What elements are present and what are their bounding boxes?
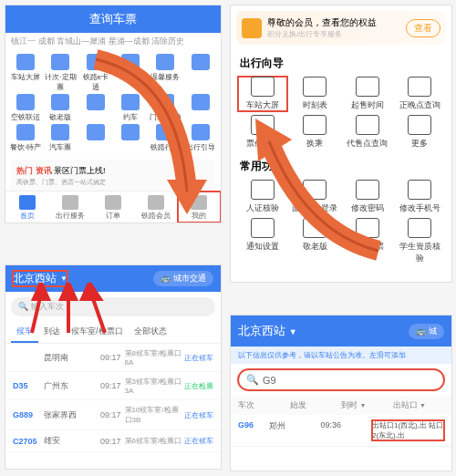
grid-item[interactable]	[114, 124, 147, 152]
guide-agent[interactable]: 代售点查询	[343, 115, 392, 150]
search-value: G9	[263, 375, 276, 386]
grid-item[interactable]	[79, 94, 112, 122]
common-notify[interactable]: 通知设置	[238, 218, 287, 264]
grid-item[interactable]: 铁路行李	[149, 124, 181, 152]
common-phone[interactable]: 修改手机号	[396, 180, 445, 214]
elder-icon	[51, 94, 69, 110]
station-dropdown[interactable]: 北京西站 ▼	[238, 323, 297, 339]
grid-item[interactable]: 敬老版	[44, 94, 77, 122]
plane-icon	[16, 94, 35, 110]
recent-routes[interactable]: 镇江一 成都 青城山—犀浦 星浦—成都 清除历史	[5, 33, 221, 50]
col-arrive[interactable]: 到时 ▼	[341, 399, 393, 411]
train-row[interactable]: D35 广州东 09:17 第3候车室/检票口3A 正在检票	[5, 372, 221, 400]
board-tabs: 候车 到达 候车室/检票口 全部状态	[5, 322, 221, 344]
bus-icon	[87, 94, 105, 110]
common-student[interactable]: 学生资质核验	[396, 218, 445, 264]
search-input[interactable]: 🔍 输入车次	[11, 297, 215, 316]
train-arrive: 09:36	[320, 420, 371, 429]
member-banner[interactable]: 尊敬的会员，查看您的权益 积分兑换/出行专享服务 查看	[236, 11, 446, 45]
more-icon	[192, 94, 210, 110]
table-row[interactable]: G96 郑州 09:36 出站口1(西北),出 站口2(东北),出	[231, 415, 451, 447]
grid-item[interactable]: 铁路e卡通	[79, 54, 112, 92]
chevron-down-icon: ▼	[60, 274, 67, 283]
common-elder[interactable]: 敬老版	[291, 218, 340, 264]
section-travel-guide: 出行向导	[231, 50, 451, 73]
guide-price[interactable]: 票价查询	[238, 115, 287, 150]
search-icon	[408, 77, 431, 97]
guide-delay[interactable]: 正晚点查询	[396, 77, 445, 111]
nav-travel[interactable]: 出行服务	[48, 191, 91, 222]
tab-arrival[interactable]: 到达	[38, 322, 66, 343]
nav-my[interactable]: 我的	[178, 191, 221, 222]
grid-item[interactable]: 门票·旅游	[149, 94, 181, 122]
member-title: 尊敬的会员，查看您的权益	[267, 16, 400, 29]
order-icon	[105, 195, 121, 210]
grid-item[interactable]: 空铁联运	[9, 94, 42, 122]
guide-icon	[192, 124, 210, 140]
ad-line1: 景区门票上线!	[54, 166, 106, 175]
guide-more[interactable]: 更多	[396, 115, 445, 150]
grid-item[interactable]: 车站大屏	[9, 54, 42, 92]
grid-item[interactable]	[184, 94, 217, 122]
common-faceid[interactable]: 面容 ID 登录	[291, 180, 340, 214]
ad-banner[interactable]: 热门 资讯 景区门票上线! 高铁票、门票、酒店一站式搞定	[11, 160, 215, 192]
guide-sale-time[interactable]: 起售时间	[343, 77, 392, 111]
section-common: 常用功能	[231, 153, 451, 176]
more-icon	[408, 115, 431, 135]
col-from[interactable]: 始发	[290, 399, 342, 411]
city-traffic-button[interactable]: 🚌 城	[409, 324, 444, 339]
ad-tag: 热门 资讯	[16, 166, 52, 175]
tour-icon	[156, 94, 174, 110]
common-id-verify[interactable]: 人证核验	[238, 180, 287, 214]
nav-home[interactable]: 首页	[5, 191, 48, 222]
train-status: 正在候车	[184, 410, 213, 420]
city-traffic-button[interactable]: 🚌 城市交通	[153, 271, 213, 286]
tab-waiting[interactable]: 候车	[11, 322, 38, 343]
transfer-icon	[303, 115, 326, 135]
grid-item[interactable]: 出行引导	[184, 124, 217, 152]
tab-all[interactable]: 全部状态	[129, 322, 172, 343]
guide-station-screen[interactable]: 车站大屏	[238, 77, 287, 111]
grid-item[interactable]: 汽车票	[44, 124, 77, 152]
nav-orders[interactable]: 订单	[91, 191, 134, 222]
grid-item[interactable]: 餐饮·特产	[9, 124, 42, 152]
grid-item[interactable]	[79, 124, 112, 152]
phone-station-detail: 北京西站 ▼ 🚌 城 以下信息仅供参考，请以车站公告为准。左滑可添加 🔍 G9 …	[230, 315, 452, 471]
common-password[interactable]: 修改密码	[343, 180, 392, 214]
col-exit[interactable]: 出站口 ▼	[393, 399, 445, 411]
search-icon: 🔍	[18, 302, 28, 311]
search-field[interactable]: 🔍 G9	[238, 369, 444, 390]
train-row[interactable]: C2705 雄安 09:17 第6候车室/检票口 正在候车	[5, 430, 221, 452]
shield-icon	[242, 18, 262, 38]
grid-item[interactable]: 时刻表	[114, 54, 147, 92]
home-grid: 车站大屏 计次·定期票 铁路e卡通 时刻表 温馨服务 空铁联运 敬老版 约车 门…	[5, 50, 221, 156]
card-icon	[87, 54, 105, 70]
view-button[interactable]: 查看	[406, 19, 440, 37]
station-dropdown[interactable]: 北京西站 ▼	[13, 271, 67, 286]
tab-gate[interactable]: 候车室/检票口	[66, 322, 129, 343]
chevron-down-icon: ▼	[289, 327, 297, 336]
guide-transfer[interactable]: 换乘	[291, 115, 340, 150]
train-row[interactable]: 昆明南 09:17 第8候车室/检票口8A 正在候车	[5, 344, 221, 372]
col-train[interactable]: 车次	[238, 399, 290, 411]
nav-member[interactable]: 铁路会员	[135, 191, 178, 222]
grid-item[interactable]	[184, 54, 217, 92]
guide-grid: 车站大屏 时刻表 起售时间 正晚点查询 票价查询 换乘 代售点查询 更多	[231, 73, 451, 153]
shop-icon	[356, 115, 379, 135]
grid-item[interactable]: 计次·定期票	[44, 54, 77, 92]
bottom-nav: 首页 出行服务 订单 铁路会员 我的	[5, 191, 221, 222]
grid-item[interactable]: 约车	[114, 94, 147, 122]
train-gate: 第3候车室/检票口3A	[121, 377, 184, 395]
guide-timetable[interactable]: 时刻表	[291, 77, 340, 111]
phone-home: 查询车票 镇江一 成都 青城山—犀浦 星浦—成都 清除历史 车站大屏 计次·定期…	[5, 5, 222, 223]
member-icon	[148, 195, 164, 210]
screen-icon	[251, 77, 275, 97]
grid-item[interactable]: 温馨服务	[149, 54, 181, 92]
phone-icon	[408, 180, 431, 200]
train-gate: 第6候车室/检票口	[121, 436, 184, 446]
train-row[interactable]: G889 张家界西 09:17 第10候车室/检票口3B 正在候车	[5, 400, 221, 430]
common-refund[interactable]: 快捷退票	[343, 218, 392, 264]
common-grid: 人证核验 面容 ID 登录 修改密码 修改手机号 通知设置 敬老版 快捷退票 学…	[231, 176, 451, 268]
chevron-down-icon: ▼	[420, 402, 426, 409]
train-time: 09:17	[94, 437, 121, 446]
